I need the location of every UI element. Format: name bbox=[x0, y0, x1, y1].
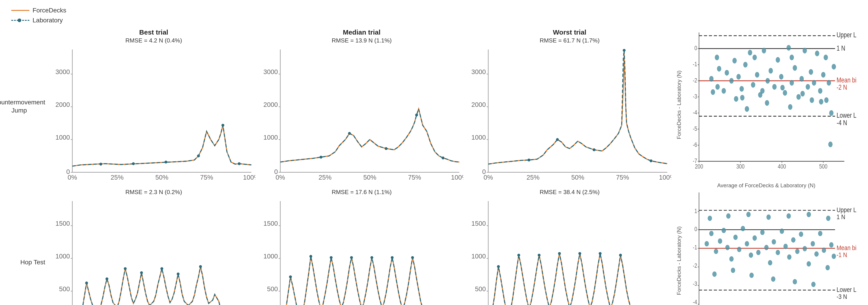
svg-point-171 bbox=[199, 265, 202, 268]
svg-text:1000: 1000 bbox=[55, 252, 70, 260]
svg-point-140 bbox=[715, 55, 719, 60]
svg-point-290 bbox=[826, 215, 831, 221]
svg-point-250 bbox=[733, 235, 738, 240]
svg-point-121 bbox=[815, 50, 819, 56]
cmj-best-title: Best trial bbox=[52, 29, 255, 36]
bland-chart-hop: ForceDecks - Laboratory (N) 1 0 bbox=[674, 189, 859, 305]
svg-text:1: 1 bbox=[694, 207, 697, 214]
svg-point-19 bbox=[221, 124, 224, 127]
svg-point-289 bbox=[807, 212, 811, 217]
hop-best-chart: 0 500 1000 1500 0% 25% 50% bbox=[52, 197, 255, 305]
svg-text:50%: 50% bbox=[155, 174, 168, 181]
svg-point-245 bbox=[714, 249, 718, 254]
svg-point-135 bbox=[740, 95, 744, 101]
svg-point-246 bbox=[718, 238, 722, 244]
chart-cell-cmj-worst: Worst trial RMSE = 61.7 N (1.7%) 0 1000 … bbox=[466, 29, 674, 189]
svg-text:1 N: 1 N bbox=[837, 213, 845, 221]
svg-point-273 bbox=[822, 248, 826, 253]
svg-point-133 bbox=[810, 97, 814, 103]
svg-point-258 bbox=[764, 245, 769, 250]
svg-text:Mean bias: Mean bias bbox=[837, 244, 857, 252]
svg-point-109 bbox=[776, 57, 780, 63]
svg-point-36 bbox=[320, 156, 322, 159]
svg-text:1000: 1000 bbox=[55, 134, 70, 141]
svg-point-110 bbox=[779, 74, 783, 79]
bland-chart-cmj: ForceDecks - Laboratory (N) bbox=[674, 29, 859, 189]
svg-text:500: 500 bbox=[819, 163, 828, 170]
svg-point-288 bbox=[786, 213, 791, 219]
hop-worst-chart: 0 500 1000 1500 0% 25% 50% bbox=[468, 197, 671, 305]
svg-point-270 bbox=[811, 241, 815, 246]
svg-text:100%: 100% bbox=[451, 174, 463, 181]
svg-text:1000: 1000 bbox=[264, 134, 278, 141]
svg-text:1000: 1000 bbox=[471, 134, 486, 141]
svg-text:3000: 3000 bbox=[471, 68, 486, 75]
svg-point-113 bbox=[789, 80, 794, 86]
svg-point-251 bbox=[737, 247, 741, 252]
svg-text:2000: 2000 bbox=[471, 101, 486, 108]
svg-point-263 bbox=[783, 244, 788, 249]
svg-point-165 bbox=[85, 281, 88, 284]
svg-text:0%: 0% bbox=[68, 174, 77, 181]
svg-text:-4: -4 bbox=[693, 109, 697, 116]
svg-point-257 bbox=[760, 230, 765, 235]
row-label-cmj: Countermovement Jump bbox=[9, 29, 50, 184]
svg-point-122 bbox=[818, 88, 822, 94]
svg-point-17 bbox=[164, 161, 167, 164]
svg-point-111 bbox=[783, 90, 787, 96]
svg-point-274 bbox=[826, 265, 830, 270]
svg-point-120 bbox=[812, 80, 816, 86]
svg-text:75%: 75% bbox=[616, 174, 629, 181]
row-label-hop: Hop Test bbox=[9, 184, 50, 305]
svg-text:25%: 25% bbox=[111, 174, 124, 181]
svg-point-278 bbox=[731, 268, 735, 273]
svg-text:300: 300 bbox=[736, 163, 745, 170]
svg-point-139 bbox=[819, 99, 823, 105]
bland-hop-svg: 1 0 -1 -2 -3 -4 bbox=[684, 189, 857, 305]
svg-text:-3: -3 bbox=[693, 280, 697, 287]
svg-point-272 bbox=[818, 231, 822, 236]
hop-best-rmse: RMSE = 2.3 N (0.2%) bbox=[52, 189, 255, 196]
svg-point-101 bbox=[748, 50, 752, 55]
svg-text:75%: 75% bbox=[408, 174, 421, 181]
svg-point-56 bbox=[528, 159, 530, 162]
line-chart-group-cmj: Best trial RMSE = 4.2 N (0.4%) 0 1000 bbox=[50, 29, 674, 189]
svg-text:Lower LOA: Lower LOA bbox=[837, 286, 857, 294]
svg-text:-5: -5 bbox=[693, 125, 697, 132]
svg-text:2000: 2000 bbox=[264, 101, 278, 108]
chart-cell-cmj-median: Median trial RMSE = 13.9 N (1.1%) 0 1000… bbox=[258, 29, 466, 189]
svg-text:Upper LOA: Upper LOA bbox=[837, 206, 857, 214]
svg-point-107 bbox=[769, 68, 773, 74]
svg-point-119 bbox=[809, 69, 813, 75]
svg-point-127 bbox=[832, 64, 836, 70]
hop-best-svg: 0 500 1000 1500 0% 25% 50% bbox=[52, 197, 255, 305]
svg-point-170 bbox=[177, 272, 180, 275]
svg-point-126 bbox=[829, 110, 833, 116]
svg-point-123 bbox=[821, 72, 826, 77]
chart-row-cmj: Best trial RMSE = 4.2 N (0.4%) 0 1000 bbox=[50, 29, 859, 189]
svg-point-187 bbox=[289, 275, 292, 278]
svg-point-279 bbox=[749, 273, 754, 278]
svg-point-192 bbox=[391, 256, 394, 259]
svg-point-286 bbox=[746, 212, 751, 217]
svg-text:-4 N: -4 N bbox=[837, 118, 847, 127]
svg-point-265 bbox=[791, 237, 796, 243]
svg-point-59 bbox=[623, 49, 626, 52]
svg-text:25%: 25% bbox=[318, 174, 332, 181]
svg-point-15 bbox=[99, 163, 102, 166]
svg-point-134 bbox=[828, 142, 833, 147]
svg-point-108 bbox=[772, 84, 777, 90]
svg-text:-6: -6 bbox=[693, 141, 697, 148]
svg-point-254 bbox=[749, 252, 753, 258]
svg-point-280 bbox=[771, 276, 775, 282]
svg-text:-2: -2 bbox=[693, 77, 697, 83]
svg-text:500: 500 bbox=[267, 285, 278, 293]
svg-point-58 bbox=[593, 148, 596, 151]
svg-point-141 bbox=[752, 55, 757, 60]
legend: ForceDecks Laboratory bbox=[11, 7, 859, 24]
svg-point-210 bbox=[518, 254, 520, 257]
svg-text:1 N: 1 N bbox=[837, 44, 845, 52]
svg-point-209 bbox=[497, 265, 500, 268]
svg-text:0: 0 bbox=[694, 44, 697, 51]
svg-point-256 bbox=[756, 250, 761, 255]
